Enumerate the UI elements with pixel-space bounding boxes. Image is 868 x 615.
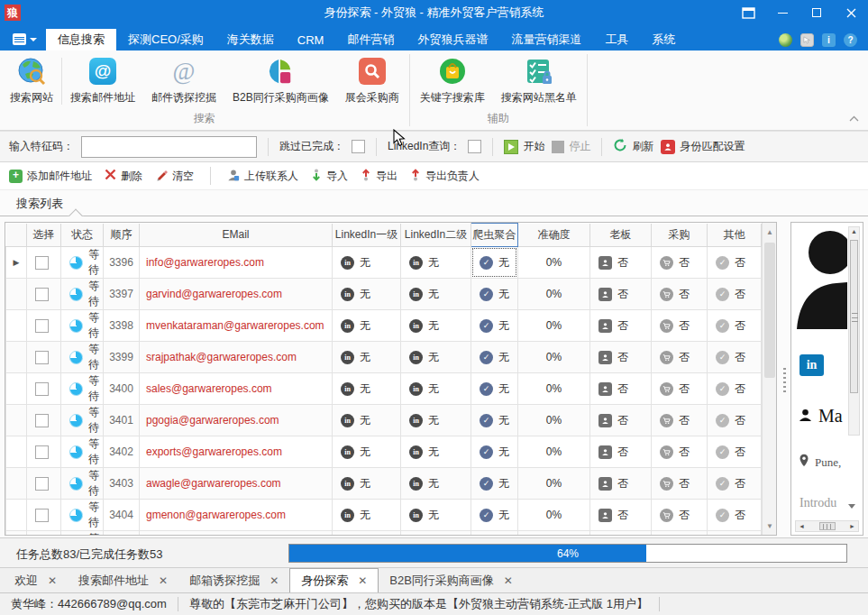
tab-b2b-buyer-profile[interactable]: B2B同行采购商画像✕ — [379, 568, 524, 592]
panel-vertical-scrollbar[interactable]: ▲ — [848, 226, 860, 436]
scroll-down-icon[interactable]: ▼ — [763, 519, 777, 533]
linkedin-query-checkbox[interactable] — [468, 140, 481, 153]
ribbon-button-keyword-library[interactable]: 关键字搜索库 — [412, 54, 493, 108]
tab-email-lure-mining[interactable]: 邮箱诱探挖掘✕ — [178, 568, 289, 592]
menu-item-tools[interactable]: 工具 — [593, 29, 640, 50]
menu-item-email-marketing[interactable]: 邮件营销 — [335, 29, 406, 50]
header-buyer[interactable]: 采购 — [652, 224, 708, 247]
menu-item-traffic-channel[interactable]: 流量营销渠道 — [499, 29, 593, 50]
linkedin-icon[interactable]: in — [799, 354, 824, 376]
header-crawler[interactable]: 爬虫聚合 — [471, 224, 518, 247]
table-row[interactable]: ▶ 等待 3403 awagle@garwareropes.com in无 in… — [6, 468, 762, 500]
close-icon[interactable]: ✕ — [504, 574, 513, 587]
ribbon-button-expo-buyers[interactable]: 展会采购商 — [337, 54, 407, 108]
stop-button[interactable]: 停止 — [552, 139, 590, 154]
skip-completed-checkbox[interactable] — [352, 140, 365, 153]
menu-item-system[interactable]: 系统 — [640, 29, 687, 50]
delete-button[interactable]: 删除 — [105, 169, 142, 184]
table-row[interactable]: ▶ 等待 3405 sthomray@garwareropes.com in无 … — [6, 531, 762, 537]
tab-search-email[interactable]: 搜索邮件地址✕ — [68, 568, 178, 592]
table-row[interactable]: ▶ 等待 3399 srajpathak@garwareropes.com in… — [6, 342, 762, 373]
panel-horizontal-scrollbar[interactable]: ◄ ► — [795, 520, 859, 532]
chevron-down-icon[interactable] — [848, 504, 855, 509]
info-icon[interactable]: i — [822, 33, 836, 47]
ribbon-button-b2b-buyer-profile[interactable]: B2B同行采购商画像 — [224, 54, 337, 108]
header-boss[interactable]: 老板 — [590, 224, 652, 247]
help-icon[interactable]: ? — [844, 33, 857, 47]
import-button[interactable]: 导入 — [311, 169, 348, 184]
menu-item-crm[interactable]: CRM — [286, 29, 336, 50]
network-icon[interactable] — [779, 33, 792, 47]
tab-welcome[interactable]: 欢迎✕ — [4, 568, 68, 592]
row-checkbox[interactable] — [35, 477, 49, 491]
boss-person-icon — [598, 288, 612, 301]
scrollbar-thumb[interactable] — [819, 522, 836, 530]
header-other[interactable]: 其他 — [708, 224, 762, 247]
identity-match-settings-button[interactable]: 身份匹配设置 — [661, 139, 745, 154]
row-checkbox[interactable] — [35, 288, 49, 301]
close-icon[interactable]: ✕ — [48, 574, 57, 587]
table-row[interactable]: ▶ 等待 3401 pgogia@garwareropes.com in无 in… — [6, 405, 762, 436]
header-status[interactable]: 状态 — [61, 224, 104, 247]
close-icon[interactable]: ✕ — [159, 574, 168, 587]
add-email-button[interactable]: + 添加邮件地址 — [9, 169, 92, 184]
scrollbar-thumb[interactable] — [764, 243, 775, 378]
tab-identity-explore[interactable]: 身份探索✕ — [289, 568, 379, 592]
scroll-right-icon[interactable]: ► — [849, 523, 855, 529]
feedback-icon[interactable] — [800, 33, 814, 47]
table-row[interactable]: ▶ 等待 3398 mvenkataraman@garwareropes.com… — [6, 310, 762, 342]
pin-top-icon[interactable] — [731, 0, 765, 25]
header-accuracy[interactable]: 准确度 — [518, 224, 590, 247]
table-row[interactable]: ▶ 等待 3396 info@garwareropes.com in无 in无 … — [6, 247, 762, 279]
other-check-icon: ✓ — [716, 445, 729, 459]
refresh-button[interactable]: 刷新 — [613, 138, 653, 155]
header-linkedin-2[interactable]: LinkedIn二级 — [401, 224, 471, 247]
header-seq[interactable]: 顺序 — [104, 224, 140, 247]
tab-search-list[interactable]: 搜索列表 — [16, 196, 63, 212]
ribbon-collapse-icon[interactable] — [849, 112, 859, 124]
table-row[interactable]: ▶ 等待 3402 exports@garwareropes.com in无 i… — [6, 436, 762, 468]
scroll-up-icon[interactable]: ▲ — [849, 228, 859, 234]
row-checkbox[interactable] — [35, 445, 49, 459]
start-button[interactable]: 开始 — [504, 139, 544, 154]
header-email[interactable]: EMail — [140, 224, 333, 247]
row-checkbox[interactable] — [35, 351, 49, 364]
header-linkedin-1[interactable]: LinkedIn一级 — [333, 224, 401, 247]
app-menu-button[interactable] — [0, 33, 46, 50]
upload-contacts-button[interactable]: 上传联系人 — [227, 169, 298, 184]
row-checkbox[interactable] — [35, 319, 49, 333]
menu-item-detect-ceo[interactable]: 探测CEO/采购 — [116, 29, 215, 50]
other-check-icon: ✓ — [716, 319, 729, 333]
header-select[interactable]: 选择 — [27, 224, 61, 247]
export-button[interactable]: 导出 — [361, 169, 397, 184]
table-row[interactable]: ▶ 等待 3397 garvind@garwareropes.com in无 i… — [6, 279, 762, 310]
minimize-button[interactable] — [765, 0, 799, 25]
ribbon-button-website-blacklist[interactable]: 搜索网站黑名单 — [493, 54, 585, 108]
close-icon[interactable]: ✕ — [270, 574, 279, 587]
row-checkbox[interactable] — [35, 382, 49, 396]
close-button[interactable] — [834, 0, 868, 25]
splitter-handle[interactable] — [783, 368, 786, 393]
row-checkbox[interactable] — [35, 509, 49, 522]
export-manager-button[interactable]: 导出负责人 — [410, 169, 480, 184]
ribbon-button-search-website[interactable]: 搜索网站 — [2, 54, 61, 108]
status-waiting-icon — [69, 477, 83, 491]
row-checkbox[interactable] — [35, 256, 49, 270]
row-checkbox[interactable] — [35, 414, 49, 427]
scroll-left-icon[interactable]: ◄ — [799, 523, 805, 529]
ribbon-button-search-email[interactable]: @ 搜索邮件地址 — [62, 54, 143, 108]
clear-button[interactable]: 清空 — [155, 169, 194, 184]
crawler-check-icon: ✓ — [480, 256, 493, 270]
scroll-up-icon[interactable]: ▲ — [763, 225, 777, 239]
grid-vertical-scrollbar[interactable]: ▲ ▼ — [762, 223, 777, 535]
menu-item-arsenal[interactable]: 外贸狼兵器谱 — [406, 29, 499, 50]
menu-item-customs-data[interactable]: 海关数据 — [215, 29, 286, 50]
ribbon-button-email-lure-mining[interactable]: @ 邮件诱探挖掘 — [143, 54, 224, 108]
maximize-button[interactable] — [799, 0, 834, 25]
close-icon[interactable]: ✕ — [358, 574, 367, 587]
table-row[interactable]: ▶ 等待 3404 gmenon@garwareropes.com in无 in… — [6, 500, 762, 531]
scrollbar-thumb[interactable] — [850, 240, 858, 393]
feature-code-input[interactable] — [81, 136, 257, 158]
menu-item-info-search[interactable]: 信息搜索 — [46, 29, 116, 50]
table-row[interactable]: ▶ 等待 3400 sales@garwareropes.com in无 in无… — [6, 373, 762, 405]
